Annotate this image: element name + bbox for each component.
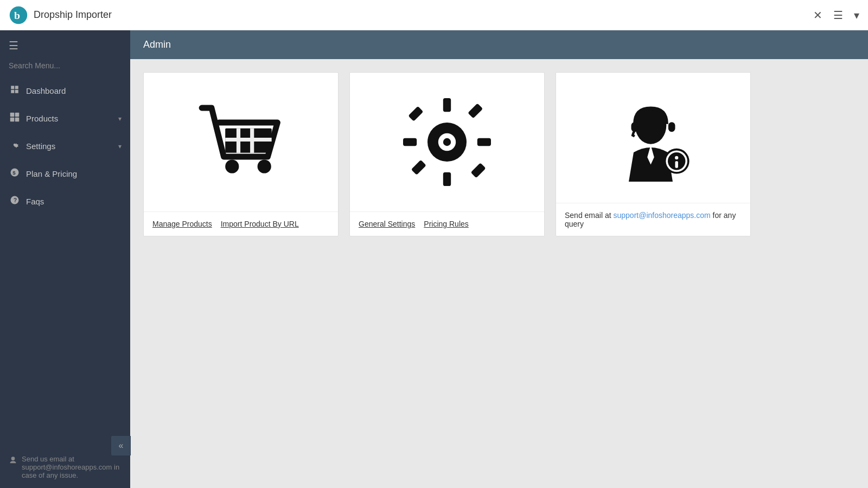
svg-rect-5 xyxy=(15,90,18,93)
content-body: Manage Products Import Product By URL xyxy=(130,59,868,249)
products-card-icon-area xyxy=(144,73,338,211)
pricing-rules-link[interactable]: Pricing Rules xyxy=(424,220,468,228)
svg-rect-9 xyxy=(15,118,20,122)
sidebar: ☰ Dashboard Products ▾ xyxy=(0,30,130,488)
dashboard-icon xyxy=(9,85,21,97)
close-icon[interactable]: ✕ xyxy=(813,9,822,22)
svg-rect-4 xyxy=(11,90,14,93)
svg-point-18 xyxy=(225,159,239,173)
main-layout: ☰ Dashboard Products ▾ xyxy=(0,30,868,488)
sidebar-item-plan-label: Plan & Pricing xyxy=(26,169,122,178)
topbar-left: b Dropship Importer xyxy=(9,5,112,25)
svg-rect-27 xyxy=(471,163,486,178)
sidebar-hamburger[interactable]: ☰ xyxy=(0,30,130,61)
svg-text:$: $ xyxy=(12,170,16,176)
sidebar-collapse-button[interactable]: « xyxy=(111,436,131,455)
sidebar-item-faqs-label: Faqs xyxy=(26,197,122,206)
sidebar-item-products[interactable]: Products ▾ xyxy=(0,105,130,132)
content-header: Admin xyxy=(130,30,868,59)
topbar: b Dropship Importer ✕ ☰ ▾ xyxy=(0,0,868,30)
contact-icon xyxy=(9,456,17,467)
menu-icon[interactable]: ☰ xyxy=(833,9,843,22)
support-card-text: Send email at support@infoshoreapps.com … xyxy=(556,203,750,236)
sidebar-item-plan-pricing[interactable]: $ Plan & Pricing xyxy=(0,160,130,188)
svg-rect-3 xyxy=(15,86,18,89)
sidebar-item-settings-label: Settings xyxy=(26,142,113,151)
support-card: Send email at support@infoshoreapps.com … xyxy=(556,72,751,236)
settings-card-icon-area xyxy=(350,73,544,211)
svg-rect-23 xyxy=(443,172,451,186)
app-logo: b xyxy=(9,5,28,25)
svg-rect-25 xyxy=(477,138,491,146)
svg-text:b: b xyxy=(14,9,20,21)
svg-rect-28 xyxy=(411,160,426,175)
settings-icon xyxy=(9,140,21,152)
svg-text:?: ? xyxy=(14,197,17,203)
import-product-link[interactable]: Import Product By URL xyxy=(221,220,299,228)
sidebar-contact-text: Send us email at support@infoshoreapps.c… xyxy=(22,455,122,479)
sidebar-item-faqs[interactable]: ? Faqs xyxy=(0,188,130,215)
svg-rect-2 xyxy=(11,86,14,89)
products-icon xyxy=(9,112,21,125)
sidebar-item-products-label: Products xyxy=(26,114,113,123)
svg-rect-33 xyxy=(668,122,675,132)
products-arrow: ▾ xyxy=(118,115,122,123)
svg-rect-22 xyxy=(443,98,451,112)
shopping-cart-icon xyxy=(192,93,290,191)
sidebar-search-container xyxy=(0,61,130,77)
svg-rect-37 xyxy=(675,161,678,168)
settings-arrow: ▾ xyxy=(118,143,122,150)
svg-point-21 xyxy=(443,138,451,146)
svg-rect-24 xyxy=(403,138,417,146)
svg-point-19 xyxy=(258,159,271,173)
support-card-icon-area xyxy=(556,73,750,203)
search-input[interactable] xyxy=(9,61,122,70)
support-prefix: Send email at xyxy=(565,211,614,220)
products-card: Manage Products Import Product By URL xyxy=(143,72,339,236)
svg-rect-29 xyxy=(468,103,483,118)
manage-products-link[interactable]: Manage Products xyxy=(152,220,212,228)
topbar-right: ✕ ☰ ▾ xyxy=(813,9,859,22)
settings-card-links: General Settings Pricing Rules xyxy=(350,211,544,236)
support-email-link[interactable]: support@infoshoreapps.com xyxy=(614,211,711,220)
gear-large-icon xyxy=(398,93,496,191)
svg-rect-6 xyxy=(10,113,15,117)
general-settings-link[interactable]: General Settings xyxy=(359,220,415,228)
settings-card: General Settings Pricing Rules xyxy=(349,72,545,236)
dropdown-icon[interactable]: ▾ xyxy=(854,9,859,22)
sidebar-nav: Dashboard Products ▾ Settings ▾ xyxy=(0,77,130,446)
sidebar-item-settings[interactable]: Settings ▾ xyxy=(0,132,130,160)
svg-point-38 xyxy=(675,156,678,159)
app-title: Dropship Importer xyxy=(34,9,112,21)
support-agent-icon xyxy=(604,89,702,187)
plan-icon: $ xyxy=(9,168,21,180)
svg-rect-7 xyxy=(15,113,20,117)
sidebar-item-dashboard-label: Dashboard xyxy=(26,86,122,95)
svg-rect-8 xyxy=(10,118,15,122)
sidebar-contact: Send us email at support@infoshoreapps.c… xyxy=(0,446,130,488)
content-area: Admin Manage Produc xyxy=(130,30,868,488)
faqs-icon: ? xyxy=(9,195,21,208)
sidebar-item-dashboard[interactable]: Dashboard xyxy=(0,77,130,105)
products-card-links: Manage Products Import Product By URL xyxy=(144,211,338,236)
svg-rect-26 xyxy=(408,106,423,121)
